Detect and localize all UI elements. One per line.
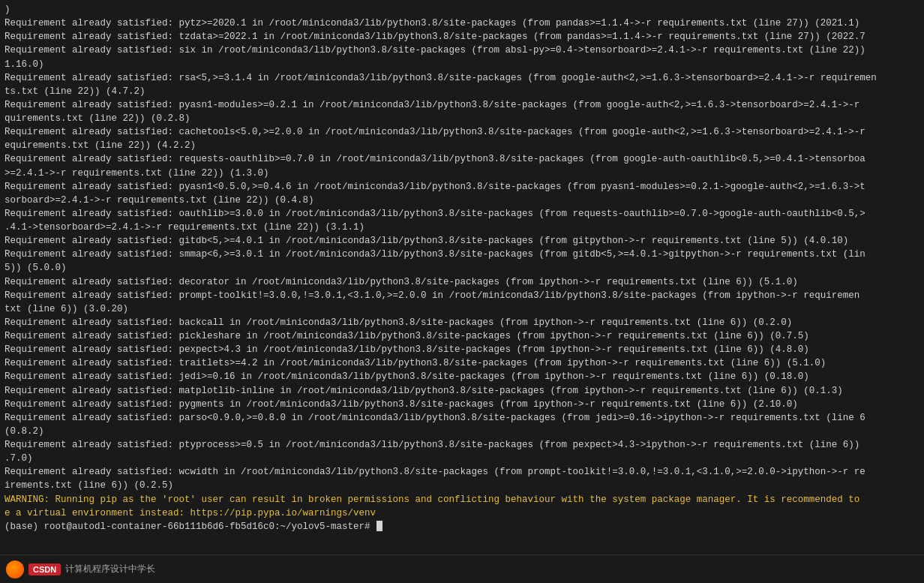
terminal-line: .4.1->tensorboard>=2.4.1->-r requirement… (4, 221, 920, 234)
csdn-badge[interactable]: CSDN (28, 563, 61, 575)
terminal-line: 1.16.0) (4, 58, 920, 71)
taskbar: CSDN 计算机程序设计中学长 (0, 554, 924, 583)
terminal-line: Requirement already satisfied: gitdb<5,>… (4, 234, 920, 248)
terminal-line: (0.8.2) (4, 425, 920, 438)
terminal-line: (base) root@autodl-container-66b111b6d6-… (4, 520, 920, 533)
terminal-line: e a virtual environment instead: https:/… (4, 506, 920, 520)
site-label: 计算机程序设计中学长 (65, 563, 155, 575)
terminal-line: WARNING: Running pip as the 'root' user … (4, 493, 920, 506)
terminal-line: Requirement already satisfied: decorator… (4, 275, 920, 289)
terminal-line: Requirement already satisfied: tzdata>=2… (4, 30, 920, 44)
terminal-line: ts.txt (line 22)) (4.7.2) (4, 85, 920, 98)
terminal-line: Requirement already satisfied: rsa<5,>=3… (4, 71, 920, 85)
taskbar-left: CSDN 计算机程序设计中学长 (6, 560, 155, 578)
terminal-line: Requirement already satisfied: picklesha… (4, 329, 920, 343)
terminal-line: Requirement already satisfied: smmap<6,>… (4, 248, 920, 261)
terminal-line: equirements.txt (line 22)) (4.2.2) (4, 139, 920, 152)
terminal-line: Requirement already satisfied: six in /r… (4, 44, 920, 57)
terminal-line: Requirement already satisfied: requests-… (4, 152, 920, 166)
terminal-line: Requirement already satisfied: traitlets… (4, 356, 920, 370)
terminal-line: >=2.4.1->-r requirements.txt (line 22)) … (4, 167, 920, 180)
terminal-line: Requirement already satisfied: cachetool… (4, 125, 920, 139)
firefox-icon[interactable] (6, 560, 24, 578)
terminal-line: Requirement already satisfied: matplotli… (4, 384, 920, 398)
terminal-line: Requirement already satisfied: pytz>=202… (4, 17, 920, 30)
terminal-line: Requirement already satisfied: wcwidth i… (4, 465, 920, 479)
terminal-line: Requirement already satisfied: backcall … (4, 316, 920, 329)
terminal-cursor (376, 521, 382, 531)
terminal-line: Requirement already satisfied: pyasn1-mo… (4, 98, 920, 112)
terminal-line: Requirement already satisfied: pyasn1<0.… (4, 180, 920, 194)
terminal-line: irements.txt (line 6)) (0.2.5) (4, 479, 920, 492)
terminal-output[interactable]: )Requirement already satisfied: pytz>=20… (0, 0, 924, 554)
terminal-line: Requirement already satisfied: pygments … (4, 398, 920, 411)
terminal-line: Requirement already satisfied: oauthlib>… (4, 207, 920, 221)
terminal-line: Requirement already satisfied: prompt-to… (4, 289, 920, 302)
terminal-line: Requirement already satisfied: ptyproces… (4, 438, 920, 452)
terminal-line: Requirement already satisfied: pexpect>4… (4, 343, 920, 356)
terminal-line: Requirement already satisfied: jedi>=0.1… (4, 370, 920, 383)
terminal-line: sorboard>=2.4.1->-r requirements.txt (li… (4, 194, 920, 207)
terminal-line: 5)) (5.0.0) (4, 261, 920, 275)
terminal-line: quirements.txt (line 22)) (0.2.8) (4, 112, 920, 125)
terminal-window: )Requirement already satisfied: pytz>=20… (0, 0, 924, 583)
terminal-line: Requirement already satisfied: parso<0.9… (4, 411, 920, 425)
terminal-line: ) (4, 3, 920, 17)
terminal-line: .7.0) (4, 452, 920, 465)
terminal-line: txt (line 6)) (3.0.20) (4, 302, 920, 316)
